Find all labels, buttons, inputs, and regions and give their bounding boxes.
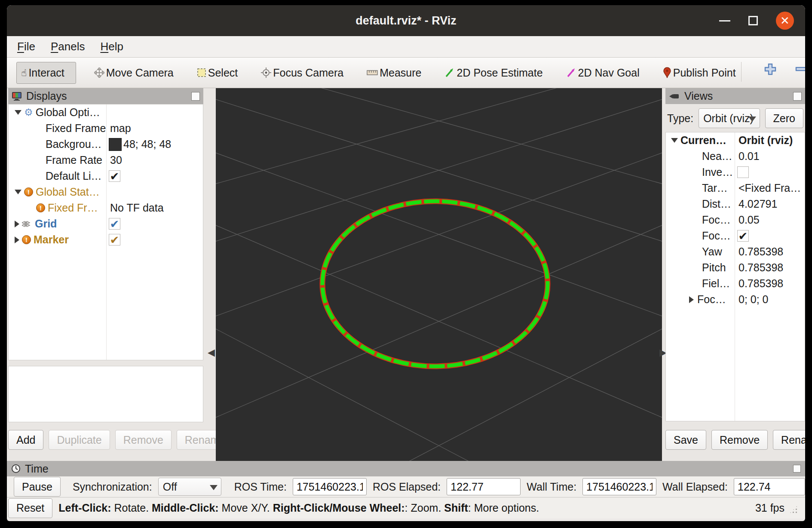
- field-of-view-value[interactable]: 0.785398: [738, 277, 783, 290]
- time-panel-header[interactable]: Time: [7, 461, 805, 476]
- expander-open-icon[interactable]: [15, 190, 21, 194]
- measure-tool-button[interactable]: Measure: [367, 67, 421, 79]
- ruler-icon: [367, 69, 378, 76]
- distance-value[interactable]: 4.02791: [738, 198, 777, 210]
- near-clip-value[interactable]: 0.01: [738, 150, 760, 163]
- displays-panel-dock-button[interactable]: [191, 92, 200, 101]
- rename-view-button[interactable]: Rename: [773, 430, 805, 450]
- save-view-button[interactable]: Save: [665, 430, 706, 450]
- tree-row-field-of-view[interactable]: Fiel… 0.785398: [666, 276, 805, 292]
- wall-time-input[interactable]: [582, 478, 656, 495]
- tree-row-frame-rate[interactable]: Frame Rate 30: [9, 152, 203, 168]
- zero-button[interactable]: Zero: [765, 108, 803, 128]
- titlebar[interactable]: default.rviz* - RViz ✕: [7, 5, 805, 36]
- focal-shape-fixed-checkbox[interactable]: ✔: [737, 230, 749, 242]
- collapse-left-panel-icon[interactable]: ◀: [208, 347, 215, 358]
- views-column-splitter[interactable]: [735, 132, 735, 421]
- synchronization-select[interactable]: Off: [158, 478, 221, 496]
- duplicate-display-button[interactable]: Duplicate: [49, 430, 110, 450]
- target-frame-value[interactable]: <Fixed Fra…: [738, 182, 801, 194]
- tree-row-fixed-frame[interactable]: Fixed Frame map: [9, 120, 203, 136]
- minimize-icon[interactable]: [719, 20, 730, 21]
- menu-file[interactable]: File: [17, 40, 35, 53]
- pitch-value[interactable]: 0.785398: [738, 261, 783, 274]
- tree-row-global-options[interactable]: ⚙ Global Opti…: [9, 104, 203, 120]
- tree-row-yaw[interactable]: Yaw 0.785398: [666, 244, 805, 260]
- tree-row-background-color[interactable]: Backgrou… 48; 48; 48: [9, 136, 203, 152]
- nav-goal-tool-button[interactable]: 2D Nav Goal: [566, 67, 640, 79]
- tree-row-distance[interactable]: Dist… 4.02791: [666, 196, 805, 212]
- add-display-button[interactable]: Add: [8, 430, 43, 450]
- close-icon[interactable]: ✕: [776, 12, 794, 30]
- displays-column-splitter[interactable]: [106, 104, 107, 360]
- tree-row-invert-z[interactable]: Inve…: [666, 164, 805, 180]
- menu-panels[interactable]: Panels: [51, 40, 85, 53]
- invert-z-checkbox[interactable]: [737, 166, 749, 178]
- render-viewport[interactable]: [216, 88, 662, 461]
- ros-elapsed-input[interactable]: [447, 478, 521, 495]
- focal-point-value[interactable]: 0; 0; 0: [738, 293, 769, 306]
- tree-row-default-light[interactable]: Default Li… ✔: [9, 168, 203, 184]
- tree-row-focal-shape-size[interactable]: Foc… 0.05: [666, 212, 805, 228]
- view-type-select[interactable]: Orbit (rviz): [699, 108, 760, 128]
- focus-camera-tool-button[interactable]: Focus Camera: [261, 67, 343, 79]
- pose-estimate-tool-button[interactable]: 2D Pose Estimate: [444, 67, 542, 79]
- publish-point-tool-button[interactable]: Publish Point: [663, 67, 736, 79]
- frame-rate-value[interactable]: 30: [110, 154, 122, 166]
- expander-open-icon[interactable]: [15, 110, 21, 115]
- magenta-arrow-icon: [566, 68, 576, 78]
- fixed-frame-value[interactable]: map: [110, 122, 131, 135]
- add-tool-button[interactable]: [764, 62, 784, 83]
- ros-time-input[interactable]: [293, 478, 367, 495]
- expander-open-icon[interactable]: [671, 138, 678, 143]
- views-panel-header[interactable]: Views: [665, 88, 805, 104]
- toolbar: ☝ Interact Move Camera Select: [7, 58, 805, 88]
- status-bar: Reset Left-Click: Rotate. Middle-Click: …: [7, 497, 805, 519]
- expander-closed-icon[interactable]: [689, 296, 694, 303]
- tree-row-current-view[interactable]: Curren… Orbit (rviz): [666, 132, 805, 148]
- displays-panel-header[interactable]: Displays: [8, 88, 203, 104]
- gear-icon: ⚙: [24, 108, 33, 117]
- plus-icon: [764, 63, 777, 76]
- tree-row-target-frame[interactable]: Tar… <Fixed Fra…: [666, 180, 805, 196]
- views-panel-dock-button[interactable]: [793, 92, 802, 101]
- tree-row-fixed-frame-status[interactable]: ! Fixed Fr… No TF data: [9, 200, 203, 216]
- move-camera-tool-button[interactable]: Move Camera: [94, 67, 174, 79]
- time-panel-dock-button[interactable]: [793, 465, 801, 473]
- focal-shape-size-value[interactable]: 0.05: [738, 214, 760, 226]
- select-tool-button[interactable]: Select: [197, 67, 238, 79]
- default-light-checkbox[interactable]: ✔: [109, 170, 120, 182]
- tree-row-marker[interactable]: ! Marker ✔: [9, 232, 203, 248]
- views-camera-icon: [669, 92, 680, 100]
- interact-tool-button[interactable]: ☝ Interact: [16, 62, 76, 84]
- tree-row-focal-point[interactable]: Foc… 0; 0; 0: [666, 292, 805, 307]
- expander-closed-icon[interactable]: [15, 221, 19, 227]
- remove-view-button[interactable]: Remove: [711, 430, 768, 450]
- green-arrow-icon: [444, 68, 455, 78]
- remove-display-button[interactable]: Remove: [115, 430, 172, 450]
- wall-elapsed-input[interactable]: [734, 478, 805, 495]
- tree-row-near-clip[interactable]: Nea… 0.01: [666, 148, 805, 164]
- pause-button[interactable]: Pause: [14, 477, 61, 497]
- tree-row-global-status[interactable]: ! Global Stat…: [9, 184, 203, 200]
- menu-help[interactable]: Help: [100, 40, 123, 53]
- tree-row-grid[interactable]: Grid ✔: [9, 216, 203, 232]
- remove-tool-button[interactable]: [795, 62, 805, 83]
- marker-enabled-checkbox[interactable]: ✔: [109, 234, 120, 246]
- tree-row-pitch[interactable]: Pitch 0.785398: [666, 260, 805, 276]
- yaw-value[interactable]: 0.785398: [738, 246, 783, 258]
- grid-display-icon: [22, 221, 32, 227]
- tree-row-focal-shape-fixed[interactable]: Foc… ✔: [666, 228, 805, 244]
- grid-enabled-checkbox[interactable]: ✔: [109, 218, 120, 230]
- background-color-value[interactable]: 48; 48; 48: [123, 138, 171, 150]
- views-tree: Curren… Orbit (rviz) Nea… 0.01 Inve… Tar…: [665, 132, 805, 421]
- color-swatch[interactable]: [109, 138, 122, 151]
- reset-button[interactable]: Reset: [8, 498, 52, 518]
- fps-counter: 31 fps: [755, 502, 784, 514]
- select-box-icon: [197, 68, 206, 77]
- chevron-down-icon: [210, 485, 218, 490]
- ros-time-label: ROS Time:: [234, 481, 287, 493]
- expander-closed-icon[interactable]: [15, 236, 19, 243]
- maximize-icon[interactable]: [748, 16, 758, 25]
- resize-grip[interactable]: [789, 505, 798, 514]
